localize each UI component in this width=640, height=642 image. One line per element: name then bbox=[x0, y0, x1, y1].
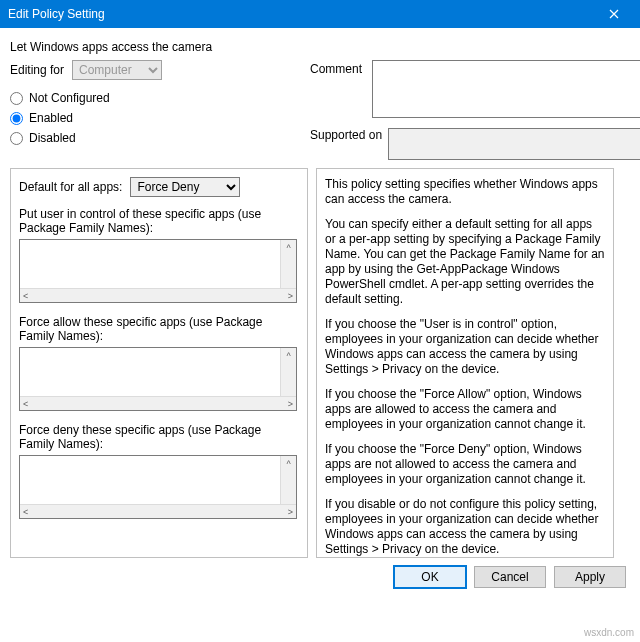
cancel-button[interactable]: Cancel bbox=[474, 566, 546, 588]
supported-on-box bbox=[388, 128, 640, 160]
help-panel: This policy setting specifies whether Wi… bbox=[316, 168, 614, 558]
scroll-right-icon[interactable]: > bbox=[288, 291, 293, 301]
editing-for-select: Computer bbox=[72, 60, 162, 80]
radio-enabled[interactable]: Enabled bbox=[10, 108, 310, 128]
policy-title: Let Windows apps access the camera bbox=[10, 40, 630, 54]
scroll-right-icon[interactable]: > bbox=[288, 507, 293, 517]
editing-for-label: Editing for bbox=[10, 63, 64, 77]
radio-not-configured[interactable]: Not Configured bbox=[10, 88, 310, 108]
options-panel: Default for all apps: Force Deny Put use… bbox=[10, 168, 308, 558]
scroll-right-icon[interactable]: > bbox=[288, 399, 293, 409]
force-deny-list[interactable]: ^ <> bbox=[19, 455, 297, 519]
scroll-left-icon[interactable]: < bbox=[23, 399, 28, 409]
scroll-left-icon[interactable]: < bbox=[23, 291, 28, 301]
scrollbar-horizontal[interactable]: <> bbox=[20, 396, 296, 410]
state-column: Editing for Computer Not Configured Enab… bbox=[10, 60, 310, 158]
radio-enabled-input[interactable] bbox=[10, 112, 23, 125]
scroll-up-icon[interactable]: ^ bbox=[281, 456, 296, 472]
force-allow-list[interactable]: ^ <> bbox=[19, 347, 297, 411]
scrollbar-vertical[interactable]: ^ bbox=[280, 240, 296, 288]
content: Let Windows apps access the camera Editi… bbox=[0, 28, 640, 598]
state-radio-group: Not Configured Enabled Disabled bbox=[10, 88, 310, 148]
default-for-all-label: Default for all apps: bbox=[19, 180, 122, 194]
meta-column: Comment Supported on bbox=[310, 60, 640, 160]
force-deny-list-label: Force deny these specific apps (use Pack… bbox=[19, 423, 299, 451]
help-paragraph: If you choose the "User is in control" o… bbox=[325, 317, 605, 377]
radio-disabled-input[interactable] bbox=[10, 132, 23, 145]
help-paragraph: If you choose the "Force Deny" option, W… bbox=[325, 442, 605, 487]
comment-input[interactable] bbox=[372, 60, 640, 118]
radio-not-configured-input[interactable] bbox=[10, 92, 23, 105]
supported-on-label: Supported on bbox=[310, 128, 382, 142]
apply-button[interactable]: Apply bbox=[554, 566, 626, 588]
force-allow-list-label: Force allow these specific apps (use Pac… bbox=[19, 315, 299, 343]
user-control-list[interactable]: ^ <> bbox=[19, 239, 297, 303]
help-paragraph: If you choose the "Force Allow" option, … bbox=[325, 387, 605, 432]
help-paragraph: You can specify either a default setting… bbox=[325, 217, 605, 307]
radio-enabled-label: Enabled bbox=[29, 111, 73, 125]
radio-not-configured-label: Not Configured bbox=[29, 91, 110, 105]
radio-disabled[interactable]: Disabled bbox=[10, 128, 310, 148]
radio-disabled-label: Disabled bbox=[29, 131, 76, 145]
scroll-up-icon[interactable]: ^ bbox=[281, 240, 296, 256]
button-bar: OK Cancel Apply bbox=[10, 558, 630, 592]
default-for-all-select[interactable]: Force Deny bbox=[130, 177, 240, 197]
help-paragraph: This policy setting specifies whether Wi… bbox=[325, 177, 605, 207]
titlebar: Edit Policy Setting bbox=[0, 0, 640, 28]
close-icon[interactable] bbox=[596, 0, 632, 28]
help-paragraph: If you disable or do not configure this … bbox=[325, 497, 605, 557]
scrollbar-vertical[interactable]: ^ bbox=[280, 348, 296, 396]
ok-button[interactable]: OK bbox=[394, 566, 466, 588]
comment-label: Comment bbox=[310, 60, 366, 118]
user-control-list-label: Put user in control of these specific ap… bbox=[19, 207, 299, 235]
scrollbar-vertical[interactable]: ^ bbox=[280, 456, 296, 504]
scrollbar-horizontal[interactable]: <> bbox=[20, 288, 296, 302]
scroll-left-icon[interactable]: < bbox=[23, 507, 28, 517]
scroll-up-icon[interactable]: ^ bbox=[281, 348, 296, 364]
scrollbar-horizontal[interactable]: <> bbox=[20, 504, 296, 518]
window-title: Edit Policy Setting bbox=[8, 7, 105, 21]
